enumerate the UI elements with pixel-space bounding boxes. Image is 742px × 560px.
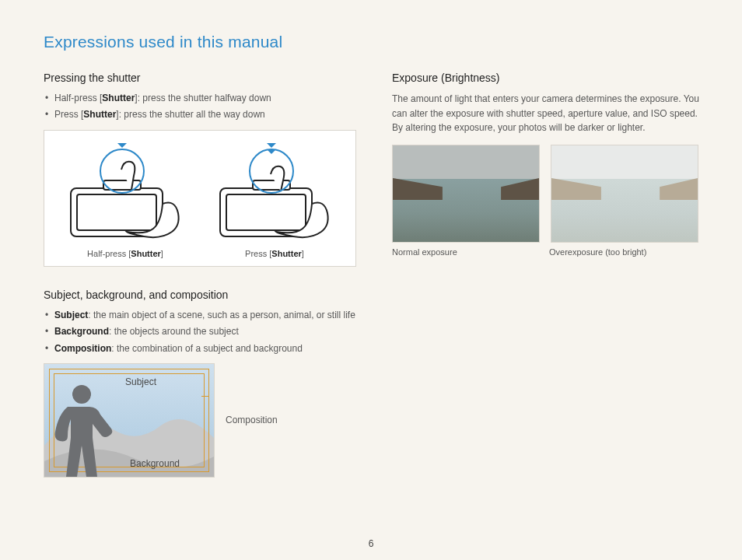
- shutter-bullets: Half-press [Shutter]: press the shutter …: [44, 92, 356, 122]
- exposure-heading: Exposure (Brightness): [392, 72, 705, 84]
- bullet-background: Background: the objects around the subje…: [54, 325, 356, 338]
- camera-full-press-icon: [212, 143, 337, 244]
- camera-half-press-icon: [63, 143, 187, 244]
- photo-normal-exposure: [392, 145, 540, 243]
- composition-heading: Subject, background, and composition: [44, 289, 356, 301]
- diagram-label-composition: Composition: [226, 415, 278, 425]
- exposure-paragraph: The amount of light that enters your cam…: [392, 92, 705, 135]
- full-press-cell: Press [Shutter]: [206, 143, 343, 258]
- caption-overexposure: Overexposure (too bright): [549, 247, 695, 257]
- diagram-label-background: Background: [130, 458, 180, 469]
- left-column: Pressing the shutter Half-press [Shutter…: [44, 72, 356, 478]
- half-press-caption: Half-press [Shutter]: [87, 249, 163, 258]
- bullet-subject: Subject: the main object of a scene, suc…: [54, 309, 356, 322]
- half-press-cell: Half-press [Shutter]: [57, 143, 194, 258]
- composition-diagram-row: Subject Background Composition: [44, 363, 356, 478]
- composition-bullets: Subject: the main object of a scene, suc…: [44, 309, 356, 355]
- page-number: 6: [0, 538, 742, 549]
- photo-shore-right: [660, 178, 698, 200]
- bullet-composition: Composition: the combination of a subjec…: [54, 342, 356, 355]
- svg-marker-10: [267, 149, 276, 154]
- photo-shore-left: [551, 178, 601, 200]
- exposure-captions: Normal exposure Overexposure (too bright…: [392, 247, 705, 257]
- svg-rect-6: [226, 194, 306, 230]
- photo-overexposure: [551, 145, 698, 243]
- shutter-bullet-full: Press [Shutter]: press the shutter all t…: [54, 108, 356, 121]
- shutter-illustration-panel: Half-press [Shutter]: [44, 130, 356, 267]
- composition-diagram: Subject Background: [44, 363, 215, 478]
- shutter-heading: Pressing the shutter: [44, 72, 356, 84]
- manual-page: Expressions used in this manual Pressing…: [0, 0, 742, 560]
- full-press-caption: Press [Shutter]: [245, 249, 304, 258]
- photo-shore-left: [393, 178, 443, 200]
- caption-normal-exposure: Normal exposure: [392, 247, 538, 257]
- shutter-bullet-half: Half-press [Shutter]: press the shutter …: [54, 92, 356, 105]
- person-silhouette-icon: [51, 383, 121, 477]
- diagram-label-subject: Subject: [125, 376, 156, 387]
- exposure-photo-row: [392, 145, 705, 243]
- right-column: Exposure (Brightness) The amount of ligh…: [392, 72, 705, 478]
- svg-rect-1: [77, 194, 156, 230]
- photo-shore-right: [501, 178, 539, 200]
- svg-marker-9: [267, 143, 276, 148]
- svg-marker-4: [117, 143, 127, 148]
- two-column-layout: Pressing the shutter Half-press [Shutter…: [44, 72, 705, 478]
- page-title: Expressions used in this manual: [44, 33, 705, 51]
